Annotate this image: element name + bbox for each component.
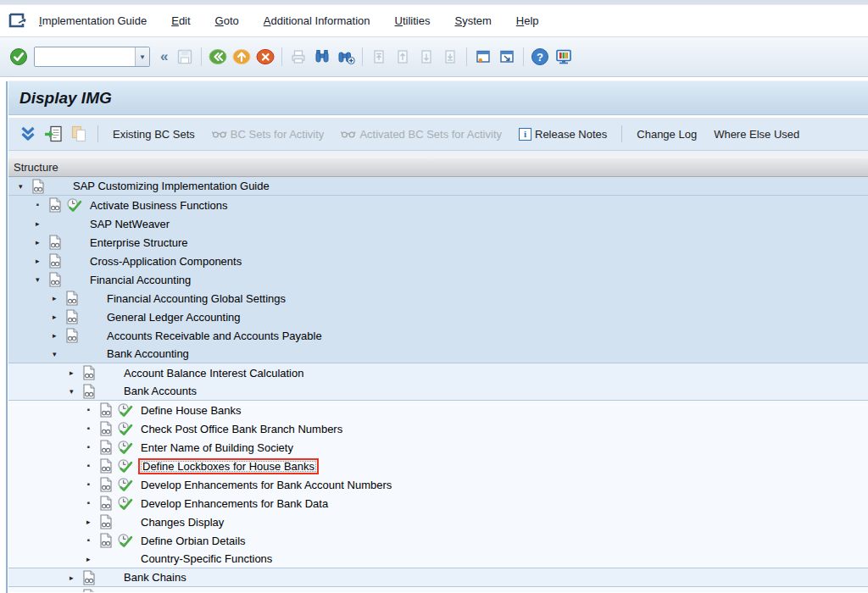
help-icon[interactable]: ? bbox=[529, 46, 551, 68]
tree-row-label[interactable]: Financial Accounting Global Settings bbox=[104, 291, 288, 306]
tree-row[interactable]: ▸ Cross-Application Components bbox=[8, 252, 868, 270]
activated-bc-sets-for-activity-button[interactable]: Activated BC Sets for Activity bbox=[341, 128, 502, 141]
tree-row-label[interactable]: Changes Display bbox=[138, 515, 226, 529]
tree-row-label[interactable]: Bank Chains bbox=[121, 570, 189, 585]
expander-icon[interactable]: ▸ bbox=[36, 257, 48, 265]
new-session-icon[interactable] bbox=[472, 46, 494, 68]
img-activity-icon[interactable] bbox=[117, 496, 138, 511]
img-activity-icon[interactable] bbox=[117, 421, 138, 436]
expander-icon[interactable]: ▸ bbox=[36, 219, 48, 228]
menu-additional-information[interactable]: Additional Information bbox=[264, 14, 370, 27]
collapse-toolbar-icon[interactable]: « bbox=[160, 48, 168, 65]
expand-collapse-icon[interactable] bbox=[18, 124, 38, 144]
change-log-button[interactable]: Change Log bbox=[637, 128, 697, 141]
img-activity-icon[interactable] bbox=[66, 197, 87, 213]
tree-row-label[interactable]: Define House Banks bbox=[138, 403, 244, 418]
img-doc-icon[interactable] bbox=[65, 291, 83, 306]
tree-row-label[interactable]: Bank Accounts bbox=[121, 384, 199, 398]
expander-icon[interactable]: ▸ bbox=[86, 555, 99, 563]
img-activity-icon[interactable] bbox=[117, 402, 138, 418]
img-activity-icon[interactable] bbox=[117, 477, 138, 492]
tree-row[interactable]: ▸ Enterprise Structure bbox=[8, 233, 868, 252]
img-doc-icon[interactable] bbox=[82, 384, 100, 399]
next-page-icon[interactable] bbox=[415, 46, 437, 68]
img-doc-icon[interactable] bbox=[99, 477, 117, 492]
img-doc-icon[interactable] bbox=[82, 589, 100, 592]
tree-row[interactable]: · Activate Business Functions bbox=[8, 196, 868, 214]
menu-implementation-guide[interactable]: Implementation Guide bbox=[39, 14, 147, 27]
img-activity-icon[interactable] bbox=[117, 458, 138, 474]
tree-row[interactable]: ▸ Financial Accounting Global Settings bbox=[8, 289, 868, 308]
menu-system[interactable]: System bbox=[454, 14, 491, 27]
img-doc-icon[interactable] bbox=[48, 253, 66, 269]
img-doc-icon[interactable] bbox=[31, 179, 49, 194]
bc-sets-for-activity-button[interactable]: BC Sets for Activity bbox=[212, 128, 325, 141]
tree-row[interactable]: · Define House Banks bbox=[8, 401, 868, 419]
save-icon[interactable] bbox=[174, 46, 196, 68]
tree-row-label[interactable]: Country-Specific Functions bbox=[138, 551, 275, 566]
exit-icon[interactable] bbox=[231, 46, 253, 68]
tree-row-label[interactable]: Develop Enhancements for Bank Account Nu… bbox=[138, 478, 394, 492]
tree-row-label[interactable]: Develop Enhancements for Bank Data bbox=[138, 496, 331, 511]
tree-row[interactable]: ▾ Bank Accounts bbox=[8, 382, 868, 401]
tree-row-label[interactable]: Enterprise Structure bbox=[87, 236, 191, 250]
expander-icon[interactable]: ▸ bbox=[86, 518, 99, 526]
img-doc-icon[interactable] bbox=[48, 235, 66, 250]
expander-icon[interactable]: ▾ bbox=[36, 275, 48, 284]
img-activity-icon[interactable] bbox=[117, 533, 138, 548]
expander-icon[interactable]: ▾ bbox=[70, 387, 82, 396]
img-doc-icon[interactable] bbox=[82, 570, 100, 585]
tree-row[interactable]: ▸ Accounts Receivable and Accounts Payab… bbox=[8, 326, 868, 345]
tree-row-label[interactable]: SAP NetWeaver bbox=[87, 217, 172, 231]
expander-icon[interactable]: ▸ bbox=[36, 238, 48, 247]
tree-row[interactable]: ▸ Changes Display bbox=[8, 513, 868, 531]
tree-row[interactable]: ▾ Bank Accounting bbox=[8, 345, 868, 363]
tree-row-label[interactable]: Check Post Office Bank Branch Numbers bbox=[138, 422, 345, 436]
tree-row-partial[interactable] bbox=[8, 587, 868, 592]
command-field[interactable]: ▼ bbox=[34, 47, 150, 67]
tree-row[interactable]: ▾ Financial Accounting bbox=[8, 270, 868, 289]
release-notes-button[interactable]: i Release Notes bbox=[519, 128, 607, 141]
img-doc-icon[interactable] bbox=[99, 533, 117, 548]
first-page-icon[interactable] bbox=[368, 46, 390, 68]
img-doc-icon[interactable] bbox=[65, 328, 83, 343]
img-activity-icon[interactable] bbox=[117, 440, 138, 455]
tree-row[interactable]: ▸ Bank Chains bbox=[8, 568, 868, 587]
tree-row[interactable]: · Enter Name of Building Society bbox=[8, 438, 868, 457]
position-icon[interactable] bbox=[43, 124, 64, 144]
img-doc-icon[interactable] bbox=[99, 440, 117, 455]
tree-row[interactable]: ▸ General Ledger Accounting bbox=[8, 308, 868, 326]
command-dropdown-icon[interactable]: ▼ bbox=[135, 47, 149, 66]
img-doc-icon[interactable] bbox=[99, 402, 117, 418]
tree-row-label-selected[interactable]: Define Lockboxes for House Banks bbox=[138, 458, 319, 474]
tree-row-label[interactable]: Enter Name of Building Society bbox=[138, 441, 296, 455]
img-doc-icon[interactable] bbox=[48, 197, 66, 213]
menu-utilities[interactable]: Utilities bbox=[395, 14, 431, 27]
find-icon[interactable] bbox=[311, 46, 333, 68]
tree-row-label[interactable]: Accounts Receivable and Accounts Payable bbox=[104, 329, 325, 343]
expander-icon[interactable]: ▸ bbox=[70, 574, 82, 582]
menu-goto[interactable]: Goto bbox=[215, 14, 239, 27]
tree-row[interactable]: · Develop Enhancements for Bank Account … bbox=[8, 475, 868, 494]
img-doc-icon[interactable] bbox=[99, 421, 117, 436]
cancel-icon[interactable] bbox=[254, 46, 276, 68]
tree-row-label[interactable]: Financial Accounting bbox=[87, 273, 193, 287]
print-icon[interactable] bbox=[287, 46, 309, 68]
command-input[interactable] bbox=[35, 48, 135, 65]
customize-layout-icon[interactable] bbox=[553, 46, 575, 68]
menu-help[interactable]: Help bbox=[516, 14, 539, 27]
tree-row[interactable]: ▸ SAP NetWeaver bbox=[8, 214, 868, 233]
tree-row[interactable]: ▸ Account Balance Interest Calculation bbox=[8, 363, 868, 382]
expander-icon[interactable]: ▾ bbox=[53, 350, 65, 358]
enter-icon[interactable] bbox=[8, 46, 30, 68]
expander-icon[interactable]: ▸ bbox=[53, 331, 65, 340]
tree-row[interactable]: · Define Orbian Details bbox=[8, 531, 868, 550]
expander-icon[interactable]: ▸ bbox=[53, 313, 65, 321]
expander-icon[interactable]: ▸ bbox=[70, 369, 82, 377]
tree-row-label[interactable]: General Ledger Accounting bbox=[104, 310, 243, 324]
back-icon[interactable] bbox=[207, 46, 229, 68]
tree-row-label[interactable]: Cross-Application Components bbox=[87, 254, 244, 269]
find-next-icon[interactable] bbox=[335, 46, 357, 68]
tree-row[interactable]: ▾ SAP Customizing Implementation Guide bbox=[8, 177, 868, 196]
tree-row[interactable]: · Check Post Office Bank Branch Numbers bbox=[8, 419, 868, 438]
